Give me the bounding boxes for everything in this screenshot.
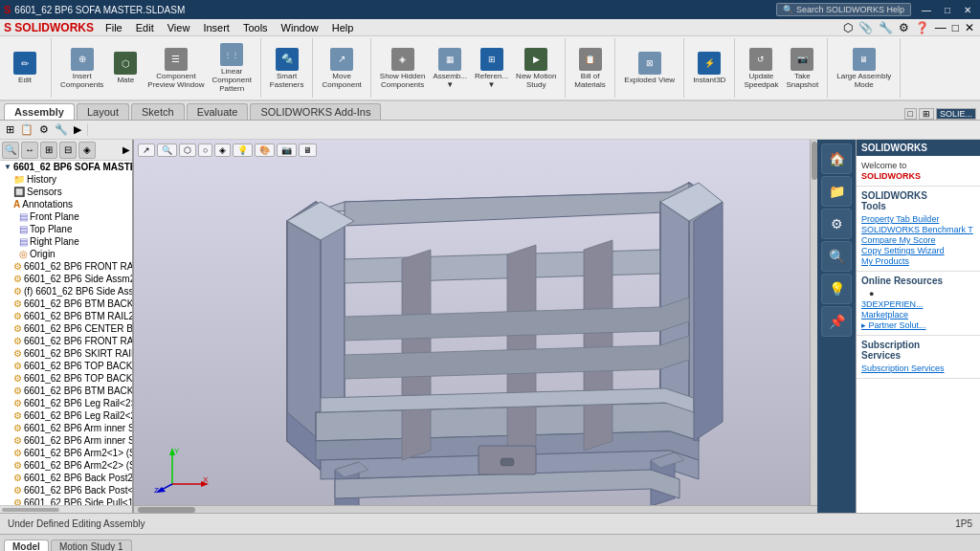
settings-button[interactable]: ⚙ [821, 209, 852, 239]
sw-panel-toggle[interactable]: SOLIE... [936, 108, 976, 120]
tree-item-18[interactable]: ⚙ 6601_62 BP6 Back Post2< [0, 472, 132, 484]
toolbar-icon-6[interactable]: — [933, 21, 948, 34]
tree-item-17[interactable]: ⚙ 6601_62 BP6 Arm2<2> (SS [0, 459, 132, 472]
exploded-view-button[interactable]: ⊠ Exploded View [621, 50, 678, 86]
pin-button[interactable]: 📌 [821, 306, 852, 337]
show-hidden-button[interactable]: ◈ Show HiddenComponents [377, 46, 429, 91]
horizontal-viewport-scrollbar[interactable] [134, 505, 817, 513]
view-display-button[interactable]: ◈ [214, 143, 231, 157]
toolbar-icon-1[interactable]: ⬡ [841, 21, 855, 34]
sw-my-products-link[interactable]: My Products [861, 256, 975, 266]
tree-right-plane[interactable]: ▤ Right Plane [0, 235, 132, 248]
menu-file[interactable]: File [100, 21, 128, 34]
tree-item-10[interactable]: ⚙ 6601_62 BP6 TOP BACK<1 [0, 372, 132, 385]
tree-origin[interactable]: ◎ Origin [0, 248, 132, 260]
toolbar-icon-2[interactable]: 📎 [857, 21, 875, 34]
assembly-features-button[interactable]: ▦ Assemb...▼ [430, 46, 470, 91]
search-button[interactable]: 🔍 [821, 241, 852, 272]
h-scrollbar-thumb[interactable] [138, 507, 195, 513]
sw-compare-link[interactable]: Compare My Score [861, 235, 975, 245]
move-component-button[interactable]: ↗ MoveComponent [319, 46, 364, 91]
sw-property-tab-link[interactable]: Property Tab Builder [861, 214, 975, 224]
toolbar-icon-5[interactable]: ❓ [913, 21, 931, 34]
tree-root[interactable]: ▼ 6601_62 BP6 SOFA MASTER ▶ [0, 161, 132, 173]
tree-top-plane[interactable]: ▤ Top Plane [0, 223, 132, 235]
sw-subscription-link[interactable]: Subscription Services [861, 364, 975, 373]
insert-components-button[interactable]: ⊕ InsertComponents [57, 46, 106, 91]
tab-motion-study[interactable]: Motion Study 1 [51, 540, 132, 551]
scrollbar-thumb[interactable] [812, 142, 817, 180]
tree-item-9[interactable]: ⚙ 6601_62 BP6 TOP BACK C [0, 360, 132, 372]
config-manager-icon[interactable]: ⚙ [37, 123, 51, 136]
filter-button[interactable]: 🔍 [2, 142, 19, 159]
tree-annotations[interactable]: A Annotations [0, 198, 132, 210]
mate-button[interactable]: ⬡ Mate [108, 50, 143, 86]
view-select-button[interactable]: ⬡ [179, 143, 196, 157]
tree-item-11[interactable]: ⚙ 6601_62 BP6 BTM BACK R [0, 385, 132, 397]
view-section-button[interactable]: ○ [198, 143, 212, 157]
folder-button[interactable]: 📁 [821, 176, 852, 207]
tree-item-14[interactable]: ⚙ 6601_62 BP6 Arm inner SU [0, 422, 132, 434]
tree-item-13[interactable]: ⚙ 6601_62 BP6 Leg Rail2<2 [0, 409, 132, 422]
tree-item-12[interactable]: ⚙ 6601_62 BP6 Leg Rail<2> [0, 397, 132, 409]
bill-of-materials-button[interactable]: 📋 Bill ofMaterials [571, 46, 608, 91]
viewport-control-2[interactable]: ⊞ [919, 108, 934, 120]
sw-benchmark-link[interactable]: SOLIDWORKS Benchmark T [861, 225, 975, 234]
feature-manager-icon[interactable]: ⊞ [4, 123, 16, 136]
tree-item-8[interactable]: ⚙ 6601_62 BP6 SKIRT RAIL< [0, 347, 132, 360]
tree-item-5[interactable]: ⚙ 6601_62 BP6 BTM RAIL2< [0, 310, 132, 322]
property-manager-icon[interactable]: 📋 [18, 123, 35, 136]
tree-front-plane[interactable]: ▤ Front Plane [0, 210, 132, 223]
tab-solidworks-addins[interactable]: SOLIDWORKS Add-Ins [250, 103, 381, 120]
toolbar-icon-8[interactable]: ✕ [963, 21, 976, 34]
sw-marketplace-link[interactable]: Marketplace [861, 310, 975, 320]
take-snapshot-button[interactable]: 📷 TakeSnapshot [783, 46, 821, 91]
menu-help[interactable]: Help [326, 21, 360, 34]
tree-history[interactable]: 📁 History [0, 173, 132, 186]
linear-component-button[interactable]: ⋮⋮ LinearComponentPattern [210, 41, 255, 95]
maximize-button[interactable]: □ [940, 5, 955, 15]
sw-partner-solutions-link[interactable]: ▸ Partner Solut... [861, 320, 975, 330]
light-button[interactable]: 💡 [821, 274, 852, 304]
reference-geometry-button[interactable]: ⊞ Referen...▼ [472, 46, 511, 91]
cam-task-pane-icon[interactable]: 🔧 [53, 123, 70, 136]
expand-button[interactable]: ⊞ [40, 142, 57, 159]
instant3d-button[interactable]: ⚡ Instant3D [690, 50, 728, 86]
view-zoom-button[interactable]: 🔍 [157, 143, 177, 157]
tab-evaluate[interactable]: Evaluate [187, 103, 249, 120]
toolbar-icon-3[interactable]: 🔧 [877, 21, 895, 34]
view-settings-button[interactable]: 🖥 [299, 143, 317, 157]
tab-model[interactable]: Model [4, 540, 49, 551]
tree-sensors[interactable]: 🔲 Sensors [0, 186, 132, 198]
tree-item-19[interactable]: ⚙ 6601_62 BP6 Back Post<2 [0, 484, 132, 496]
toolbar-icon-7[interactable]: □ [950, 21, 961, 34]
3d-viewport[interactable]: ↗ 🔍 ⬡ ○ ◈ 💡 🎨 📷 🖥 [134, 140, 817, 513]
tree-item-20[interactable]: ⚙ 6601_62 BP6 Side Pull<1> [0, 496, 132, 505]
view-camera-button[interactable]: 📷 [277, 143, 297, 157]
large-assembly-mode-button[interactable]: 🖥 Large AssemblyMode [834, 46, 894, 91]
minimize-button[interactable]: — [917, 5, 936, 15]
vertical-scrollbar[interactable] [810, 140, 817, 513]
menu-tools[interactable]: Tools [237, 21, 274, 34]
tree-expand-arrow[interactable]: ▶ [122, 144, 130, 155]
collapse-icon[interactable]: ▶ [72, 123, 83, 136]
new-motion-study-button[interactable]: ▶ New MotionStudy [513, 46, 559, 91]
menu-window[interactable]: Window [276, 21, 324, 34]
close-button[interactable]: ✕ [959, 5, 976, 15]
toolbar-icon-4[interactable]: ⚙ [897, 21, 911, 34]
hidden-items-button[interactable]: ◈ [78, 142, 96, 159]
tree-item-4[interactable]: ⚙ 6601_62 BP6 BTM BACK R [0, 298, 132, 310]
horizontal-scrollbar[interactable] [2, 508, 59, 512]
tree-item-7[interactable]: ⚙ 6601_62 BP6 FRONT RAIL [0, 335, 132, 347]
menu-insert[interactable]: Insert [197, 21, 235, 34]
tree-item-15[interactable]: ⚙ 6601_62 BP6 Arm inner Su [0, 434, 132, 447]
view-rotate-button[interactable]: ↗ [138, 143, 155, 157]
viewport-control-1[interactable]: □ [904, 108, 917, 120]
view-appearance-button[interactable]: 🎨 [255, 143, 275, 157]
menu-edit[interactable]: Edit [130, 21, 160, 34]
ribbon-edit-button[interactable]: ✏ Edit [8, 50, 42, 86]
tree-item-6[interactable]: ⚙ 6601_62 BP6 CENTER BAC [0, 322, 132, 335]
help-search-bar[interactable]: 🔍 Search SOLIDWORKS Help [776, 3, 911, 16]
tree-item-3[interactable]: ⚙ (f) 6601_62 BP6 Side Ass [0, 285, 132, 298]
tab-layout[interactable]: Layout [77, 103, 129, 120]
